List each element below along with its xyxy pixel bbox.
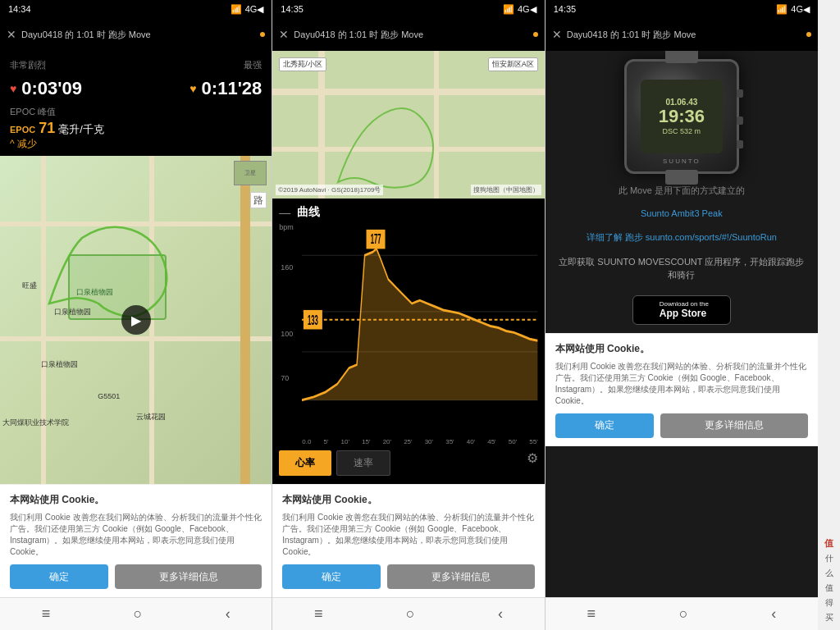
watermark-logo: 值 (824, 538, 833, 548)
nav-menu-2[interactable]: ≡ (314, 605, 323, 623)
title-bar-2: ✕ Dayu0418 的 1:01 时 跑步 Move (272, 18, 544, 51)
cookie-more-2[interactable]: 更多详细信息 (387, 564, 535, 589)
cookie-title-3: 本网站使用 Cookie。 (555, 342, 808, 356)
heart-icon-red: ♥ (10, 82, 16, 95)
y-label-bpm: bpm (279, 223, 294, 231)
map-area-1[interactable]: 口泉植物园 旺盛 口泉植物园 口泉植物园 G5501 云城花园 大同煤职业技术学… (0, 156, 272, 484)
x30: 30' (425, 438, 433, 445)
map-datong: 大同煤职业技术学院 (2, 418, 52, 428)
chart-tabs: 心率 速率 ⚙ (279, 445, 537, 481)
close-icon-1[interactable]: ✕ (7, 28, 16, 41)
map-controls: 路 (250, 192, 267, 208)
x50: 50' (509, 438, 517, 445)
chart-map-svg (272, 51, 544, 199)
epoc-peak-label: EPOC 峰值 (10, 106, 262, 118)
cookie-confirm-2[interactable]: 确定 (282, 564, 381, 589)
label-beixin: 北秀苑/小区 (279, 57, 326, 71)
nav-home-3[interactable]: ○ (679, 605, 688, 623)
close-icon-3[interactable]: ✕ (552, 28, 562, 41)
nav-menu-1[interactable]: ≡ (42, 605, 51, 623)
network-2: 4G◀ (518, 4, 536, 15)
watch-image: 01.06.43 19:36 DSC 532 m SUUNTO (624, 59, 739, 174)
chart-settings-icon[interactable]: ⚙ (527, 450, 538, 476)
heart-icon-yellow: ♥ (189, 82, 196, 95)
time-3: 14:35 (554, 4, 577, 14)
cookie-text-2: 我们利用 Cookie 改善您在我们网站的体验、分析我们的流量并个性化广告。我们… (282, 512, 534, 558)
status-bar-1: 14:34 📶 4G◀ (0, 0, 272, 18)
x20: 20' (383, 438, 391, 445)
appstore-text: Download on the App Store (660, 300, 709, 319)
y-val-100: 100 (281, 330, 293, 338)
zoom-in-button[interactable]: 路 (250, 192, 267, 208)
watermark-area: 值 什么值得买 (818, 0, 840, 630)
time1-group: ♥ 0:03'09 (10, 78, 82, 99)
map-background: 口泉植物园 旺盛 口泉植物园 口泉植物园 G5501 云城花园 大同煤职业技术学… (0, 156, 272, 484)
appstore-button[interactable]: Download on the App Store (632, 295, 731, 325)
epoc-number: 71 (39, 120, 55, 137)
cookie-more-3[interactable]: 更多详细信息 (660, 413, 808, 438)
signal-1: 📶 (231, 4, 242, 15)
watermark-text: 什么值得买 (825, 554, 833, 622)
title-1: Dayu0418 的 1:01 时 跑步 Move (21, 29, 255, 41)
reduce-label: ^ 减少 (10, 137, 37, 151)
cookie-notice-1: 本网站使用 Cookie。 我们利用 Cookie 改善您在我们网站的体验、分析… (0, 484, 272, 597)
epoc-section: EPOC 峰值 EPOC 71 毫升/千克 (10, 106, 262, 137)
satellite-label: 卫星 (244, 169, 256, 177)
title-2: Dayu0418 的 1:01 时 跑步 Move (294, 29, 527, 41)
status-right-2: 📶 4G◀ (503, 4, 536, 15)
tab-heart-rate[interactable]: 心率 (279, 450, 331, 476)
status-bar-3: 14:35 📶 4G◀ (546, 0, 818, 18)
watch-container: 01.06.43 19:36 DSC 532 m SUUNTO (624, 51, 739, 179)
map-qizhen2: 口泉植物园 (41, 359, 78, 370)
label-hengan: 恒安新区A区 (488, 57, 538, 71)
chart-canvas: 177 133 (302, 223, 537, 432)
chart-x-labels: 0.0 5' 10' 15' 20' 25' 30' 35' 40' 45' 5… (302, 438, 537, 445)
autonavi-label: ©2019 AutoNavi · GS(2018)1709号 (276, 185, 383, 195)
cookie-notice-2: 本网站使用 Cookie。 我们利用 Cookie 改善您在我们网站的体验、分析… (272, 484, 544, 597)
cookie-confirm-1[interactable]: 确定 (10, 564, 108, 589)
stats-row-2: ♥ 0:03'09 ♥ 0:11'28 (10, 78, 262, 99)
watch-strap-top (665, 51, 698, 63)
cookie-text-1: 我们利用 Cookie 改善您在我们网站的体验、分析我们的流量并个性化广告。我们… (10, 512, 262, 558)
screen3-content: 01.06.43 19:36 DSC 532 m SUUNTO 此 Move 是… (546, 51, 818, 597)
map-play-button[interactable]: ▶ (121, 305, 151, 335)
chart-map-bg: 北秀苑/小区 恒安新区A区 ©2019 AutoNavi · GS(2018)1… (272, 51, 544, 199)
x15: 15' (362, 438, 370, 445)
map-mini-thumbnail[interactable]: 卫星 (234, 161, 267, 185)
tab-speed[interactable]: 速率 (336, 450, 390, 476)
y-val-70: 70 (281, 374, 289, 382)
sogou-label: 搜狗地图（中国地图） (471, 185, 541, 195)
cookie-notice-3: 本网站使用 Cookie。 我们利用 Cookie 改善您在我们网站的体验、分析… (546, 333, 818, 446)
app-promo: 立即获取 SUUNTO MOVESCOUNT 应用程序，开始跟踪跑步和骑行 (546, 252, 818, 287)
learn-more[interactable]: 详细了解 跑步 suunto.com/sports/#!/SuuntoRun (573, 228, 790, 247)
cookie-title-2: 本网站使用 Cookie。 (282, 493, 534, 507)
nav-back-1[interactable]: ‹ (226, 605, 231, 623)
dot-indicator-2 (533, 32, 538, 37)
appstore-wrapper: Download on the App Store (632, 292, 731, 328)
dot-indicator-1 (260, 32, 265, 37)
nav-home-1[interactable]: ○ (133, 605, 142, 623)
x35: 35' (445, 438, 454, 445)
cookie-more-1[interactable]: 更多详细信息 (115, 564, 262, 589)
phone-screen-1: 14:34 📶 4G◀ ✕ Dayu0418 的 1:01 时 跑步 Move … (0, 0, 272, 630)
x25: 25' (404, 438, 412, 445)
epoc-suffix: 毫升/千克 (58, 122, 104, 137)
cookie-buttons-3: 确定 更多详细信息 (555, 413, 808, 438)
reduce-button[interactable]: ^ 减少 (10, 137, 37, 151)
nav-menu-3[interactable]: ≡ (587, 605, 596, 623)
bpm-svg: 177 133 (302, 223, 537, 432)
device-link[interactable]: Suunto Ambit3 Peak (641, 208, 723, 218)
signal-2: 📶 (503, 4, 514, 15)
nav-back-3[interactable]: ‹ (771, 605, 776, 623)
cookie-confirm-3[interactable]: 确定 (555, 413, 654, 438)
close-icon-2[interactable]: ✕ (279, 28, 289, 41)
watch-btn-2 (737, 116, 743, 125)
nav-bar-1: ≡ ○ ‹ (0, 597, 272, 630)
x55: 55' (529, 438, 537, 445)
chart-map-area[interactable]: 北秀苑/小区 恒安新区A区 ©2019 AutoNavi · GS(2018)1… (272, 51, 544, 199)
nav-back-2[interactable]: ‹ (498, 605, 503, 623)
screen2-content: 北秀苑/小区 恒安新区A区 ©2019 AutoNavi · GS(2018)1… (272, 51, 544, 597)
chart-menu-icon[interactable]: — (279, 206, 290, 219)
status-right-3: 📶 4G◀ (776, 4, 810, 15)
nav-home-2[interactable]: ○ (406, 605, 415, 623)
